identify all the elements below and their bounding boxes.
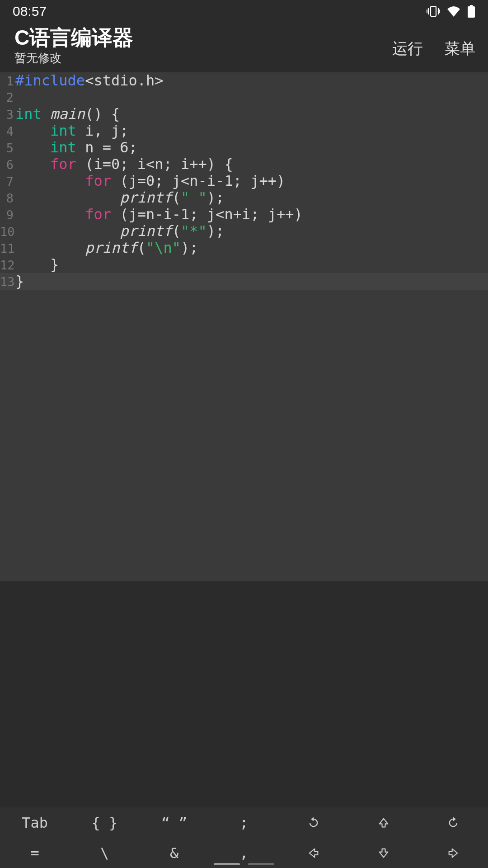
left-key[interactable]	[279, 838, 348, 868]
line-number: 13	[0, 274, 15, 290]
svg-rect-5	[470, 5, 473, 6]
status-time: 08:57	[13, 4, 47, 19]
line-number: 8	[0, 190, 15, 207]
vibrate-icon	[427, 5, 440, 17]
down-key[interactable]	[348, 838, 418, 868]
code-content[interactable]: for (i=0; i<n; i++) {	[15, 156, 233, 173]
battery-icon	[467, 5, 475, 18]
header-actions: 运行 菜单	[392, 38, 475, 59]
code-content[interactable]: printf("*");	[15, 223, 224, 240]
code-content[interactable]: }	[15, 273, 24, 290]
code-content[interactable]: for (j=n-i-1; j<n+i; j++)	[15, 206, 303, 223]
app-subtitle: 暂无修改	[14, 50, 133, 66]
code-editor[interactable]: 1#include<stdio.h>23int main() {4 int i,…	[0, 72, 488, 581]
code-line[interactable]: 1#include<stdio.h>	[0, 72, 488, 89]
line-number: 3	[0, 106, 15, 123]
code-line[interactable]: 8 printf(" ");	[0, 189, 488, 206]
line-number: 7	[0, 173, 15, 190]
svg-rect-0	[431, 6, 436, 16]
menu-button[interactable]: 菜单	[445, 38, 475, 59]
status-bar: 08:57	[0, 0, 488, 23]
code-content[interactable]: for (j=0; j<n-i-1; j++)	[15, 173, 285, 189]
line-number: 4	[0, 123, 15, 140]
code-line[interactable]: 2	[0, 89, 488, 106]
code-content[interactable]: }	[15, 256, 59, 273]
redo-key[interactable]	[418, 807, 488, 838]
semicolon-key[interactable]: ;	[209, 807, 279, 838]
line-number: 9	[0, 207, 15, 223]
tab-key[interactable]: Tab	[0, 807, 70, 838]
line-number: 2	[0, 89, 15, 106]
app-title: C语言编译器	[14, 26, 133, 49]
right-key[interactable]	[418, 838, 488, 868]
code-line[interactable]: 12 }	[0, 256, 488, 273]
code-line[interactable]: 7 for (j=0; j<n-i-1; j++)	[0, 173, 488, 189]
code-content[interactable]: printf("\n");	[15, 240, 198, 256]
code-content[interactable]: int main() {	[15, 106, 120, 123]
line-number: 11	[0, 240, 15, 257]
code-line[interactable]: 13}	[0, 273, 488, 290]
up-key[interactable]	[348, 807, 418, 838]
shortcut-toolbar: Tab{ }“ ”;=\&,	[0, 807, 488, 868]
code-line[interactable]: 6 for (i=0; i<n; i++) {	[0, 156, 488, 173]
code-line[interactable]: 9 for (j=n-i-1; j<n+i; j++)	[0, 206, 488, 223]
line-number: 10	[0, 223, 15, 240]
line-number: 12	[0, 257, 15, 274]
app-header: C语言编译器 暂无修改 运行 菜单	[0, 23, 488, 72]
status-icons	[427, 5, 475, 18]
code-content[interactable]: int n = 6;	[15, 139, 137, 156]
code-content[interactable]: #include<stdio.h>	[15, 72, 164, 89]
app-title-block: C语言编译器 暂无修改	[14, 26, 133, 66]
code-content[interactable]: printf(" ");	[15, 189, 224, 206]
wifi-icon	[446, 5, 461, 17]
equals-key[interactable]: =	[0, 838, 70, 868]
code-line[interactable]: 3int main() {	[0, 106, 488, 123]
home-indicator	[214, 863, 274, 865]
ampersand-key[interactable]: &	[140, 838, 209, 868]
line-number: 5	[0, 140, 15, 156]
code-line[interactable]: 11 printf("\n");	[0, 240, 488, 256]
backslash-key[interactable]: \	[70, 838, 139, 868]
quotes-key[interactable]: “ ”	[140, 807, 209, 838]
line-number: 1	[0, 73, 15, 90]
code-line[interactable]: 4 int i, j;	[0, 123, 488, 139]
code-content[interactable]: int i, j;	[15, 123, 128, 139]
run-button[interactable]: 运行	[392, 38, 423, 59]
code-line[interactable]: 10 printf("*");	[0, 223, 488, 240]
svg-rect-6	[468, 6, 475, 18]
undo-key[interactable]	[279, 807, 348, 838]
line-number: 6	[0, 156, 15, 173]
braces-key[interactable]: { }	[70, 807, 139, 838]
code-line[interactable]: 5 int n = 6;	[0, 139, 488, 156]
